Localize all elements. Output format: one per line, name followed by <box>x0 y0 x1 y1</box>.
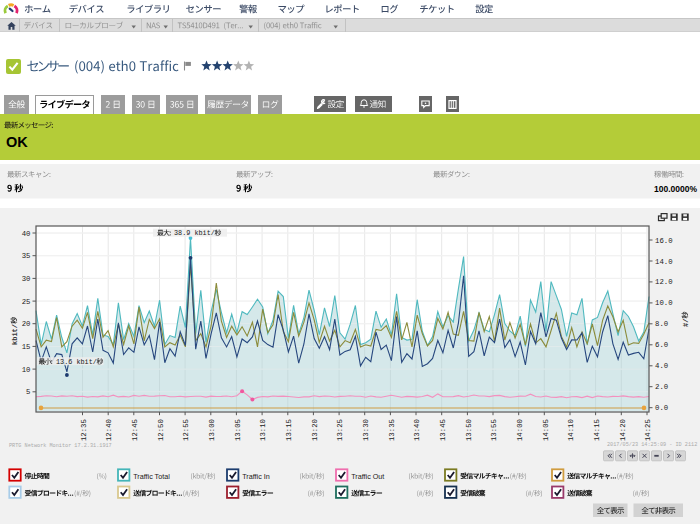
svg-text:100.0000%: 100.0000% <box>654 184 697 194</box>
